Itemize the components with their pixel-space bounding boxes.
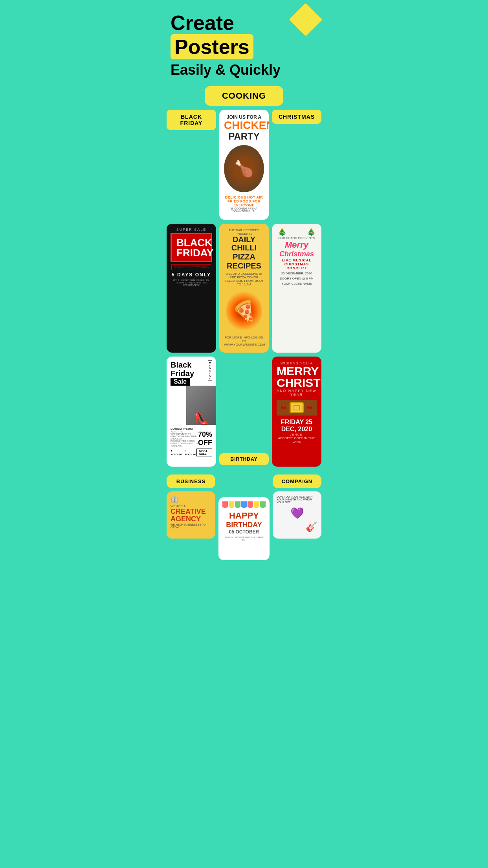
hero-title-highlight: Posters — [171, 34, 253, 59]
bf-off-text: 70% OFF — [198, 430, 212, 447]
birthday-poster[interactable]: HAPPY BIRTHDAY 05 OCTOBER 3 PM IN THE AF… — [218, 497, 270, 560]
campaign-col: COMPAIGN DON'T DO INJUSTICE WITH YOUR HE… — [273, 474, 321, 560]
xmas-concert-text: LIVE MUSICAL CHRISTMAS CONCERT — [276, 258, 317, 270]
campaign-category-btn[interactable]: COMPAIGN — [273, 474, 321, 488]
christmas-poster-2[interactable]: WISHING YOU A MERRY CHRISTMAS AND HAPPY … — [272, 357, 321, 467]
bf-days: 5 DAYS ONLY — [172, 272, 211, 278]
bf-sale-box: Sale — [171, 378, 190, 386]
mega-sale-badge: MEGA SALE — [196, 449, 212, 456]
christmas-category-btn[interactable]: CHRISTMAS — [272, 110, 321, 124]
xmas-merry-text: Merry — [276, 240, 317, 250]
first-three-col: BLACK FRIDAY JOIN US FOR A CHICKEN PARTY… — [167, 110, 321, 220]
cooking-category-row: COOKING — [167, 86, 321, 106]
flag-2 — [229, 501, 234, 508]
belt-dot-3 — [307, 406, 310, 409]
pizza-live-text: LIVE AND EXCLUSIVE @ RED PIZZA CONOR TEL… — [224, 272, 264, 286]
bf-fifty-off: 50% OFF EVERYTHING — [171, 264, 211, 270]
bf-accounts: ● ACCOUNT f ACCOUNT — [171, 449, 196, 456]
account-icon-2: f ACCOUNT — [185, 449, 196, 456]
business-help: WE HELP BUSINESSES TO GROW — [171, 523, 211, 529]
xmas2-address: ADDRESS GOES IN THIS LANE — [277, 436, 317, 443]
xmas2-friday: FRIDAY 25 DEC, 2020 — [277, 419, 317, 433]
campaign-icon-2: 🎸 — [277, 521, 317, 532]
business-category-btn[interactable]: BUSINESS — [167, 474, 215, 488]
bf-sale-desc: AVAIL THIS OPPORTUNITY TO GRAB YOUR FAVO… — [171, 430, 198, 447]
pizza-poster[interactable]: THE DAILY RECIPES PRESENTS DAILY CHILLI … — [219, 224, 269, 353]
flag-6 — [254, 501, 259, 508]
xmas-wreath-decoration: 🎄 🎄 — [276, 228, 317, 236]
campaign-text: DON'T DO INJUSTICE WITH YOUR HEALTH AND … — [277, 495, 317, 504]
birthday-col: HAPPY BIRTHDAY 05 OCTOBER 3 PM IN THE AF… — [218, 474, 270, 560]
bf-text-line1: BLACK — [176, 237, 206, 248]
hero-section: Create Posters Easily & Quickly — [163, 0, 325, 82]
xmas-club: YOUR CLUBS NAME — [276, 282, 317, 285]
birthday-flags — [222, 501, 266, 508]
belt-dot-1 — [281, 406, 283, 409]
black-friday-label-col: BLACK FRIDAY — [167, 110, 216, 220]
bf-main-box: BLACK FRIDAY — [171, 233, 212, 262]
bf-accounts-row: ● ACCOUNT f ACCOUNT MEGA SALE — [171, 449, 212, 456]
bf-sale-off-row: AVAIL THIS OPPORTUNITY TO GRAB YOUR FAVO… — [171, 430, 212, 447]
xmas2-venue: VENUE: — [277, 433, 317, 436]
second-three-col: SUPER SALE BLACK FRIDAY 50% OFF EVERYTHI… — [167, 224, 321, 353]
pizza-title-recipes: RECIPES — [224, 261, 264, 270]
bf-sale-image: 👠 — [186, 386, 216, 425]
pizza-title-daily: DAILY — [224, 235, 264, 243]
flag-4 — [241, 501, 247, 508]
xmas2-happy-ny: AND HAPPY NEW YEAR — [277, 389, 317, 397]
flag-7 — [260, 501, 266, 508]
black-friday-sale-poster[interactable]: Black Friday Sale M S A G L A E 👠 LOREM … — [167, 357, 216, 467]
xmas2-merry: MERRY — [277, 365, 317, 377]
wreath-right: 🎄 — [307, 228, 316, 236]
flag-1 — [222, 501, 228, 508]
campaign-poster[interactable]: DON'T DO INJUSTICE WITH YOUR HEALTH AND … — [273, 491, 321, 539]
christmas-poster-1[interactable]: 🎄 🎄 OUR BRAND PRESENTS Merry Christmas L… — [272, 224, 321, 353]
cooking-category-btn[interactable]: COOKING — [205, 86, 283, 106]
chicken-party-poster[interactable]: JOIN US FOR A CHICKEN PARTY 🍗 DELICIOUS … — [219, 110, 269, 220]
bf-sale-title1: Black — [171, 360, 212, 369]
bf-sale-top: Black Friday Sale M S A G L A E — [167, 357, 216, 386]
chicken-description: DELICIOUS HOT AIR FRIED FOOD FOR EVERYON… — [224, 195, 264, 207]
hero-title-line2-wrapper: Posters — [171, 34, 317, 59]
business-icon: 🏢 — [171, 495, 211, 503]
pizza-title-chilli: CHILLI PIZZA — [224, 243, 264, 261]
xmas-christmas-text: Christmas — [276, 250, 317, 258]
business-agency: AGENCY — [171, 515, 211, 523]
pizza-image: 🍕 — [226, 289, 262, 333]
third-three-col: Black Friday Sale M S A G L A E 👠 LOREM … — [167, 357, 321, 467]
xmas2-christmas: CHRISTMAS — [277, 377, 317, 389]
bf-sale-desc-col: AVAIL THIS OPPORTUNITY TO GRAB YOUR FAVO… — [171, 430, 198, 447]
bf-sale-title2: Friday — [171, 369, 212, 378]
birthday-date: 05 OCTOBER — [222, 529, 266, 535]
bf-sale-bottom: LOREM IPSUM AVAIL THIS OPPORTUNITY TO GR… — [167, 425, 216, 458]
birthday-category-btn[interactable]: BIRTHDAY — [219, 453, 269, 465]
cooking-section: COOKING BLACK FRIDAY JOIN US FOR A CHICK… — [163, 82, 325, 474]
chicken-title: CHICKEN — [224, 120, 264, 131]
flag-5 — [248, 501, 253, 508]
bf-text-line2: FRIDAY — [176, 248, 206, 258]
birthday-label-col: BIRTHDAY — [219, 357, 269, 467]
xmas-presents-text: OUR BRAND PRESENTS — [276, 236, 317, 240]
account-icon-1: ● ACCOUNT — [171, 449, 182, 456]
flag-3 — [235, 501, 240, 508]
business-poster[interactable]: 🏢 WE ARE A CREATIVE AGENCY WE HELP BUSIN… — [167, 491, 215, 539]
ms-badge: M S A G L A E — [208, 360, 212, 381]
birthday-spacer — [218, 474, 270, 494]
business-creative: CREATIVE — [171, 508, 211, 515]
super-sale-text: SUPER SALE — [176, 228, 207, 232]
black-friday-poster-1[interactable]: SUPER SALE BLACK FRIDAY 50% OFF EVERYTHI… — [167, 224, 216, 353]
belt-dot-4 — [310, 406, 312, 409]
birthday-birthday: BIRTHDAY — [222, 521, 266, 529]
xmas-date: 25 DECEMBER, 2020 — [276, 272, 317, 275]
belt-dot-2 — [284, 406, 286, 409]
pizza-daily-recipes: THE DAILY RECIPES PRESENTS — [224, 228, 264, 235]
christmas-label-col: CHRISTMAS — [272, 110, 321, 220]
black-friday-category-btn[interactable]: BLACK FRIDAY — [167, 110, 216, 130]
birthday-happy: HAPPY — [222, 511, 266, 521]
xmas-doors: DOORS OPEN @ 8 PM — [276, 277, 317, 280]
pizza-more-info: FOR MORE INFO LOG ON TO WWW.YOURWEBSITE.… — [224, 336, 264, 346]
xmas-belt — [277, 400, 317, 416]
belt-dots — [277, 406, 317, 409]
campaign-icon: 💜 — [277, 507, 317, 520]
chicken-location: @ COOKING ARENA DOWNTOWN L.A. — [224, 207, 264, 213]
